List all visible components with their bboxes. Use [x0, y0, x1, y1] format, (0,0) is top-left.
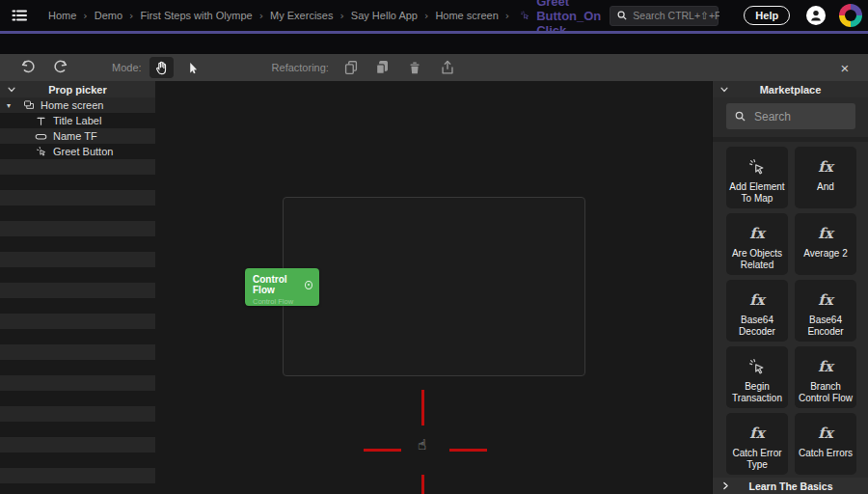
brick-base64-decoder[interactable]: fxBase64 Decoder	[726, 280, 788, 342]
brick-label: Base64 Decoder	[726, 315, 788, 338]
marketplace-panel: Marketplace Add Element To MapfxAndfxAre…	[712, 81, 868, 494]
tree-item-home-screen[interactable]: ▾Home screen	[0, 97, 155, 113]
empty-row	[0, 298, 155, 314]
empty-row	[0, 344, 155, 360]
prop-picker-tree: ▾Home screenTitle LabelName TFGreet Butt…	[0, 97, 155, 494]
node-badge-icon	[305, 281, 312, 289]
brick-are-objects-related[interactable]: fxAre Objects Related	[726, 213, 788, 275]
fx-icon: fx	[818, 156, 832, 178]
prop-picker-header[interactable]: Prop picker	[0, 81, 155, 97]
breadcrumb-separator: ›	[259, 10, 263, 22]
brick-catch-error-type[interactable]: fxCatch Error Type	[726, 413, 788, 475]
brick-add-element-to-map[interactable]: Add Element To Map	[726, 147, 788, 208]
user-icon	[808, 8, 824, 23]
brick-grid: Add Element To MapfxAndfxAre Objects Rel…	[726, 147, 861, 475]
brick-and[interactable]: fxAnd	[795, 147, 856, 208]
undo-button[interactable]	[19, 59, 37, 76]
breadcrumb-item[interactable]: Demo	[95, 10, 122, 21]
duplicate-button[interactable]	[373, 59, 391, 76]
brand-ring-icon[interactable]	[839, 4, 862, 27]
marketplace-header[interactable]: Marketplace	[713, 81, 868, 97]
brick-label: Begin Transaction	[726, 381, 788, 404]
screen-frame[interactable]	[283, 197, 585, 376]
empty-row	[0, 283, 155, 298]
prop-picker-title: Prop picker	[0, 84, 155, 96]
marketplace-search-input[interactable]	[754, 110, 851, 124]
click-icon	[747, 156, 767, 178]
duplicate-icon	[373, 59, 391, 76]
click-icon	[747, 356, 767, 377]
export-icon	[439, 59, 456, 76]
redo-button[interactable]	[52, 59, 69, 76]
export-button[interactable]	[439, 59, 456, 76]
marketplace-search[interactable]	[726, 103, 855, 129]
brick-base64-encoder[interactable]: fxBase64 Encoder	[795, 280, 856, 342]
fx-icon: fx	[749, 289, 764, 311]
close-button[interactable]: ×	[835, 58, 854, 77]
breadcrumb-item[interactable]: Say Hello App	[351, 10, 418, 21]
breadcrumb-item[interactable]: Home	[48, 10, 76, 21]
avatar[interactable]	[806, 6, 826, 25]
breadcrumb-item[interactable]: Home screen	[435, 10, 498, 21]
learn-the-basics-bar[interactable]: Learn The Basics	[713, 478, 868, 494]
empty-row	[0, 329, 155, 344]
flow-canvas[interactable]: Control Flow Control Flow ☝	[155, 81, 712, 494]
brick-begin-transaction[interactable]: Begin Transaction	[726, 346, 788, 408]
help-button[interactable]: Help	[744, 6, 790, 25]
top-bar: Home›Demo›First Steps with Olympe›My Exe…	[0, 0, 868, 31]
list-icon	[10, 6, 29, 25]
empty-row	[0, 267, 155, 283]
global-search[interactable]	[610, 6, 719, 26]
header-spacer	[0, 34, 868, 54]
mode-label: Mode:	[112, 62, 142, 73]
empty-row	[0, 468, 155, 483]
tree-item-label: Name TF	[53, 130, 97, 142]
chevron-down-icon[interactable]	[6, 84, 17, 96]
empty-row	[0, 206, 155, 221]
empty-row	[0, 190, 155, 206]
empty-row	[0, 175, 155, 190]
chevron-down-icon[interactable]	[719, 84, 730, 96]
fx-icon: fx	[818, 289, 832, 311]
snap-guide-horizontal-left	[364, 449, 401, 452]
copy-button[interactable]	[342, 59, 360, 76]
fx-icon: fx	[749, 423, 764, 444]
tree-item-title-label[interactable]: Title Label	[0, 113, 155, 128]
learn-the-basics-label: Learn The Basics	[713, 480, 868, 492]
global-search-input[interactable]	[633, 10, 719, 21]
search-icon	[734, 110, 746, 123]
breadcrumb-item[interactable]: First Steps with Olympe	[141, 10, 253, 21]
snap-guide-horizontal-right	[449, 449, 487, 452]
breadcrumb-separator: ›	[424, 10, 428, 22]
cursor-arrow-icon	[185, 61, 200, 75]
marketplace-divider	[713, 137, 868, 142]
tree-item-label: Home screen	[41, 99, 103, 111]
pointer-hand-cursor-icon: ☝	[418, 436, 426, 453]
main-menu-button[interactable]	[10, 4, 29, 27]
hand-tool-button[interactable]	[149, 57, 174, 78]
empty-row	[0, 483, 155, 494]
tree-item-label: Title Label	[53, 115, 101, 126]
select-tool-button[interactable]	[180, 57, 204, 78]
tree-item-label: Greet Button	[53, 146, 113, 157]
brick-label: Catch Errors	[797, 448, 854, 459]
fx-icon: fx	[749, 223, 764, 244]
brick-catch-errors[interactable]: fxCatch Errors	[795, 413, 856, 475]
node-subtitle: Control Flow	[253, 297, 312, 306]
top-bar-right: Help	[610, 4, 868, 27]
expander-icon[interactable]: ▾	[7, 101, 16, 110]
brick-branch-control-flow[interactable]: fxBranch Control Flow	[795, 346, 856, 408]
breadcrumb-item[interactable]: My Exercises	[270, 10, 333, 21]
click-icon	[520, 6, 530, 25]
help-label: Help	[755, 10, 778, 21]
brick-label: Average 2	[801, 248, 849, 260]
tree-item-name-tf[interactable]: Name TF	[0, 128, 155, 144]
empty-row	[0, 221, 155, 236]
tree-item-greet-button[interactable]: Greet Button	[0, 144, 155, 159]
empty-row	[0, 360, 155, 375]
delete-button[interactable]	[406, 59, 423, 76]
control-flow-node[interactable]: Control Flow Control Flow	[245, 268, 319, 306]
brick-average-2[interactable]: fxAverage 2	[795, 213, 856, 275]
brick-label: Branch Control Flow	[795, 381, 856, 404]
snap-guide-vertical-top	[421, 390, 424, 425]
